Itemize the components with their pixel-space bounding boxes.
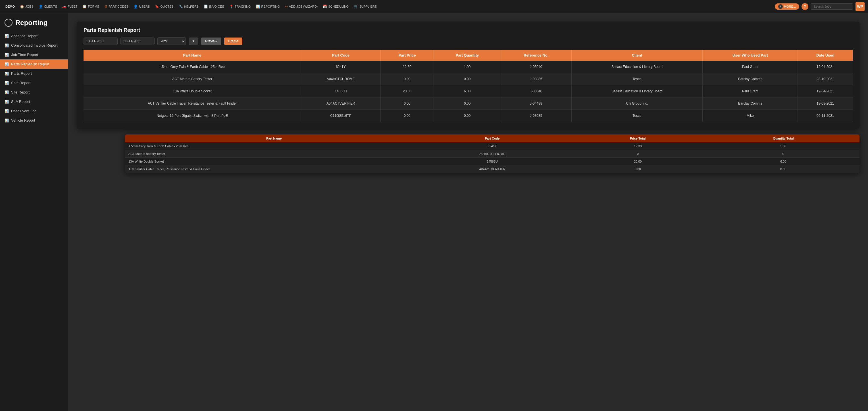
preview-row: ACT Verifier Cable Tracer, Reisitance Te…	[125, 166, 860, 173]
nav-part-codes[interactable]: ⚙ PART CODES	[102, 3, 130, 10]
table-row: ACT Meters Battery Tester A04ACTCHROME 0…	[84, 73, 852, 85]
col-client: Client	[571, 50, 703, 61]
cell-part-quantity: 6.00	[434, 85, 501, 97]
nav-reporting[interactable]: 📊 REPORTING	[254, 3, 282, 10]
sidebar-back-button[interactable]: ← Reporting	[0, 19, 68, 31]
preview-row: 13A White Double Socket 14586U 20.00 6.0…	[125, 158, 860, 166]
bar-chart-icon-2: 📊	[4, 43, 9, 48]
preview-cell-code: A04ACTCHROME	[420, 152, 565, 155]
nav-fleet[interactable]: 🚗 FLEET	[60, 3, 79, 10]
sidebar-item-user-event-log[interactable]: 📊 User Event Log	[0, 106, 68, 116]
date-to-input[interactable]	[121, 37, 155, 45]
report-title: Parts Replenish Report	[84, 27, 852, 33]
col-part-code: Part Code	[301, 50, 380, 61]
search-input[interactable]	[811, 3, 853, 10]
cell-part-price: 0.00	[380, 97, 434, 110]
sidebar-item-consolidated-invoice-report[interactable]: 📊 Consolidated Invoice Report	[0, 41, 68, 50]
tracking-icon: 📍	[229, 4, 234, 8]
helpers-icon: 🔧	[179, 4, 183, 8]
preview-button[interactable]: Preview	[201, 37, 221, 45]
cell-part-quantity: 1.00	[434, 61, 501, 73]
preview-col-code: Part Code	[420, 137, 565, 140]
cell-part-name: ACT Meters Battery Tester	[84, 73, 301, 85]
sidebar-item-parts-replenish-report[interactable]: 📊 Parts Replenish Report	[0, 59, 68, 69]
filter-dropdown-button[interactable]: ▼	[189, 37, 198, 45]
cell-part-price: 20.00	[380, 85, 434, 97]
bar-chart-icon-10: 📊	[4, 119, 9, 122]
preview-cell-qty: 6.00	[711, 160, 856, 163]
sidebar-item-vehicle-report[interactable]: 📊 Vehicle Report	[0, 116, 68, 125]
date-from-input[interactable]	[84, 37, 118, 45]
sidebar-item-sla-report[interactable]: 📊 SLA Report	[0, 97, 68, 106]
sidebar-item-label-6: Shift Report	[11, 81, 31, 85]
suppliers-icon: 🛒	[354, 4, 358, 8]
sidebar-item-site-report[interactable]: 📊 Site Report	[0, 88, 68, 97]
sidebar-item-label-4: Parts Replenish Report	[11, 62, 49, 66]
preview-panel: Part Name Part Code Price Total Quantity…	[125, 135, 860, 173]
user-avatar[interactable]: WP	[856, 2, 865, 11]
sidebar: ← Reporting 📊 Absence Report 📊 Consolida…	[0, 13, 68, 411]
help-button[interactable]: ?	[802, 3, 808, 10]
sidebar-item-parts-report[interactable]: 📊 Parts Report	[0, 69, 68, 78]
table-header-row: Part Name Part Code Part Price Part Quan…	[84, 50, 852, 61]
cell-client: Tesco	[571, 73, 703, 85]
nav-helpers[interactable]: 🔧 HELPERS	[177, 3, 200, 10]
report-panel: Parts Replenish Report Any ▼ Preview Cre…	[77, 22, 860, 129]
nav-quotes[interactable]: 🔖 QUOTES	[153, 3, 175, 10]
preview-row: 1.5mm Grey Twin & Earth Cable - 25m Reel…	[125, 142, 860, 150]
cell-part-code: 14586U	[301, 85, 380, 97]
sidebar-item-label-8: SLA Report	[11, 99, 30, 104]
nav-scheduling[interactable]: 📅 SCHEDULING	[321, 3, 351, 10]
nav-users[interactable]: 👤 USERS	[131, 3, 152, 10]
table-row: 1.5mm Grey Twin & Earth Cable - 25m Reel…	[84, 61, 852, 73]
report-filters: Any ▼ Preview Create	[84, 37, 852, 45]
sidebar-item-label: Absence Report	[11, 34, 37, 38]
preview-cell-price: 0.00	[565, 168, 711, 171]
preview-cell-name: ACT Verifier Cable Tracer, Reisitance Te…	[128, 168, 420, 171]
nav-add-job[interactable]: ✏ ADD JOB (WIZARD)	[283, 3, 320, 10]
bar-chart-icon-9: 📊	[4, 109, 9, 113]
nav-reporting-label: REPORTING	[261, 5, 280, 8]
bar-chart-icon-7: 📊	[4, 90, 9, 94]
cell-part-quantity: 0.00	[434, 97, 501, 110]
nav-part-codes-label: PART CODES	[108, 5, 128, 8]
nav-add-job-label: ADD JOB (WIZARD)	[289, 5, 318, 8]
nav-clients[interactable]: 👤 CLIENTS	[37, 3, 59, 10]
nav-jobs[interactable]: 🏠 JOBS	[18, 3, 35, 10]
more-button[interactable]: 2 MORE...	[775, 3, 799, 10]
cell-date-used: 28-10-2021	[798, 73, 852, 85]
nav-invoices[interactable]: 📄 INVOICES	[202, 3, 226, 10]
nav-forms[interactable]: 📋 FORMS	[81, 3, 101, 10]
sidebar-item-label-7: Site Report	[11, 90, 30, 94]
nav-suppliers[interactable]: 🛒 SUPPLIERS	[352, 3, 379, 10]
sidebar-item-shift-report[interactable]: 📊 Shift Report	[0, 78, 68, 88]
col-part-price: Part Price	[380, 50, 434, 61]
forms-icon: 📋	[83, 4, 87, 8]
cell-part-code: A04ACTCHROME	[301, 73, 380, 85]
cell-date-used: 12-04-2021	[798, 61, 852, 73]
sidebar-item-label-9: User Event Log	[11, 109, 37, 113]
users-icon: 👤	[133, 4, 138, 8]
cell-user: Mike	[703, 110, 798, 122]
cell-client: Belfast Education & Library Board	[571, 85, 703, 97]
sidebar-item-label-3: Job Time Report	[11, 53, 38, 57]
sidebar-item-job-time-report[interactable]: 📊 Job Time Report	[0, 50, 68, 59]
filter-any-select[interactable]: Any	[157, 37, 186, 45]
preview-cell-name: 1.5mm Grey Twin & Earth Cable - 25m Reel	[128, 144, 420, 148]
preview-cell-qty: 0.00	[711, 168, 856, 171]
nav-clients-label: CLIENTS	[44, 5, 57, 8]
cell-user: Paul Grant	[703, 85, 798, 97]
sidebar-item-label-5: Parts Report	[11, 71, 32, 76]
nav-forms-label: FORMS	[88, 5, 99, 8]
sidebar-title: Reporting	[16, 19, 48, 27]
nav-demo[interactable]: DEMO	[3, 4, 17, 9]
create-button[interactable]: Create	[224, 37, 242, 45]
preview-cell-qty: 1.00	[711, 144, 856, 148]
part-codes-icon: ⚙	[104, 4, 107, 8]
top-navigation: DEMO 🏠 JOBS 👤 CLIENTS 🚗 FLEET 📋 FORMS ⚙ …	[0, 0, 868, 13]
sidebar-item-absence-report[interactable]: 📊 Absence Report	[0, 31, 68, 41]
bar-chart-icon-4: 📊	[4, 62, 9, 66]
nav-tracking[interactable]: 📍 TRACKING	[227, 3, 253, 10]
cell-part-name: 1.5mm Grey Twin & Earth Cable - 25m Reel	[84, 61, 301, 73]
col-part-quantity: Part Quantity	[434, 50, 501, 61]
